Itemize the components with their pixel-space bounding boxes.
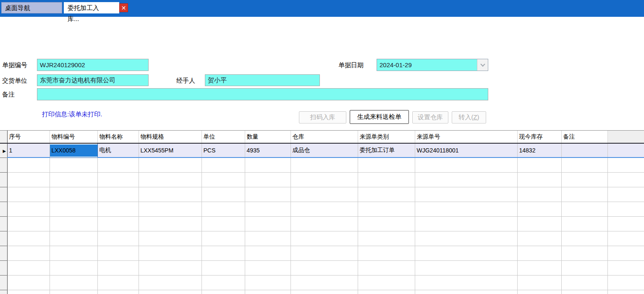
empty-grid-cell[interactable] [607,187,644,202]
empty-grid-cell[interactable] [607,231,644,246]
empty-grid-cell[interactable] [607,290,644,294]
empty-grid-cell[interactable] [517,260,561,275]
empty-grid-cell[interactable] [50,216,97,231]
empty-grid-cell[interactable] [202,202,245,216]
empty-grid-cell[interactable] [291,158,358,172]
empty-grid-cell[interactable] [561,231,607,246]
empty-grid-cell[interactable] [245,216,291,231]
column-header-2[interactable]: 物料编号 [50,131,97,143]
row-selector[interactable] [0,158,7,172]
empty-grid-cell[interactable] [97,216,139,231]
empty-grid-cell[interactable] [139,172,202,187]
column-header-10[interactable]: 现今库存 [517,131,561,143]
empty-grid-cell[interactable] [7,187,50,202]
empty-grid-cell[interactable] [97,290,139,294]
empty-grid-cell[interactable] [561,260,607,275]
empty-grid-cell[interactable] [245,158,291,172]
empty-grid-cell[interactable] [291,246,358,260]
row-selector[interactable] [0,290,7,294]
tab-desktop-navigation[interactable]: 桌面导航 [1,2,62,13]
empty-grid-cell[interactable] [245,172,291,187]
empty-grid-cell[interactable] [561,290,607,294]
empty-grid-cell[interactable] [415,202,517,216]
empty-grid-cell[interactable] [245,290,291,294]
empty-grid-cell[interactable] [561,172,607,187]
empty-grid-cell[interactable] [50,202,97,216]
grid-cell[interactable]: WJG240118001 [415,143,517,158]
column-header-9[interactable]: 来源单号 [415,131,517,143]
empty-grid-cell[interactable] [358,158,415,172]
empty-grid-cell[interactable] [97,260,139,275]
empty-grid-cell[interactable] [358,290,415,294]
empty-grid-cell[interactable] [415,158,517,172]
empty-grid-cell[interactable] [415,260,517,275]
column-header-6[interactable]: 数量 [245,131,291,143]
empty-grid-cell[interactable] [7,216,50,231]
empty-grid-cell[interactable] [358,216,415,231]
empty-grid-cell[interactable] [97,231,139,246]
empty-grid-cell[interactable] [97,187,139,202]
empty-grid-cell[interactable] [139,158,202,172]
grid-cell[interactable]: LXX5455PM [139,143,202,158]
empty-grid-cell[interactable] [291,231,358,246]
supplier-input[interactable] [37,74,149,86]
empty-grid-cell[interactable] [561,202,607,216]
empty-grid-cell[interactable] [561,275,607,290]
empty-grid-cell[interactable] [517,290,561,294]
doc-date-combobox[interactable] [377,59,488,71]
empty-grid-cell[interactable] [139,187,202,202]
empty-grid-cell[interactable] [561,158,607,172]
empty-grid-cell[interactable] [358,275,415,290]
empty-grid-cell[interactable] [139,246,202,260]
empty-grid-cell[interactable] [245,202,291,216]
grid-cell[interactable]: 4935 [245,143,291,158]
empty-grid-cell[interactable] [358,187,415,202]
empty-grid-cell[interactable] [607,158,644,172]
empty-grid-cell[interactable] [202,187,245,202]
empty-grid-cell[interactable] [7,246,50,260]
column-header-8[interactable]: 来源单类别 [358,131,415,143]
column-header-4[interactable]: 物料规格 [139,131,202,143]
generate-inspection-button[interactable]: 生成来料送检单 [350,110,409,124]
empty-grid-cell[interactable] [50,246,97,260]
grid-cell[interactable]: 电机 [97,143,139,158]
empty-grid-cell[interactable] [607,202,644,216]
empty-grid-cell[interactable] [50,290,97,294]
empty-grid-cell[interactable] [358,246,415,260]
empty-grid-cell[interactable] [7,260,50,275]
empty-grid-cell[interactable] [517,275,561,290]
empty-grid-cell[interactable] [7,231,50,246]
empty-grid-cell[interactable] [202,290,245,294]
empty-grid-cell[interactable] [245,260,291,275]
column-header-11[interactable]: 备注 [561,131,607,143]
doc-no-input[interactable] [37,59,149,71]
grid-cell[interactable] [561,143,607,158]
empty-grid-cell[interactable] [291,172,358,187]
remark-input[interactable] [37,88,488,100]
empty-grid-cell[interactable] [139,260,202,275]
empty-grid-cell[interactable] [50,158,97,172]
empty-grid-cell[interactable] [291,260,358,275]
empty-grid-cell[interactable] [97,158,139,172]
empty-grid-cell[interactable] [202,275,245,290]
empty-grid-cell[interactable] [517,246,561,260]
empty-grid-cell[interactable] [415,172,517,187]
empty-grid-cell[interactable] [607,246,644,260]
empty-grid-cell[interactable] [291,202,358,216]
empty-grid-cell[interactable] [7,290,50,294]
empty-grid-cell[interactable] [517,158,561,172]
empty-grid-cell[interactable] [202,246,245,260]
empty-grid-cell[interactable] [50,172,97,187]
grid-cell[interactable]: 14832 [517,143,561,158]
handler-input[interactable] [205,74,320,86]
column-header-1[interactable]: 序号 [7,131,50,143]
doc-date-dropdown-button[interactable] [477,59,488,71]
empty-grid-cell[interactable] [7,172,50,187]
current-row-indicator[interactable]: ▶ [0,143,7,158]
row-selector[interactable] [0,246,7,260]
empty-grid-cell[interactable] [245,187,291,202]
empty-grid-cell[interactable] [245,231,291,246]
empty-grid-cell[interactable] [291,275,358,290]
empty-grid-cell[interactable] [245,246,291,260]
empty-grid-cell[interactable] [97,246,139,260]
